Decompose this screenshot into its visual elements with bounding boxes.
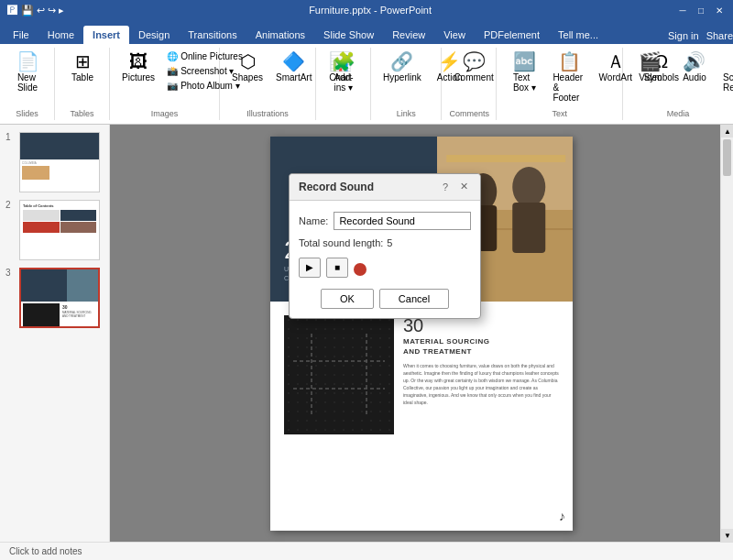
status-bar: Click to add notes [0,542,733,560]
ribbon-group-text: 🔤 TextBox ▾ 📋 Header& Footer Ａ WordArt Ω… [497,48,623,120]
maximize-button[interactable]: □ [695,4,707,16]
textbox-icon: 🔤 [513,52,536,71]
dialog-title-icons: ? ✕ [438,180,471,194]
dialog-controls: ▶ ■ [299,258,471,278]
length-label: Total sound length: [299,237,383,248]
slide-thumbnail-2[interactable]: 2 Table of Contents [5,200,104,260]
length-value: 5 [387,237,392,248]
name-label: Name: [299,215,328,226]
dialog-help-button[interactable]: ? [438,180,453,194]
dialog-title: Record Sound [299,181,374,193]
cancel-button[interactable]: Cancel [379,289,449,309]
addins-button[interactable]: 🧩 Add-ins ▾ [323,49,364,95]
shapes-icon: ⬡ [240,52,256,71]
ribbon-group-addins: 🧩 Add-ins ▾ [316,48,371,120]
tab-design[interactable]: Design [129,26,179,44]
tab-animations[interactable]: Animations [246,26,314,44]
ribbon-slides-items: 📄 NewSlide [7,49,48,107]
quick-access: 💾 ↩ ↪ ▸ [21,5,64,16]
scroll-track [721,137,733,529]
links-group-label: Links [378,107,433,118]
hyperlink-icon: 🔗 [390,52,413,71]
title-bar-left: 🅿 💾 ↩ ↪ ▸ [7,5,64,16]
dialog-body: Name: Total sound length: 5 ▶ ■ [290,201,480,318]
new-slide-button[interactable]: 📄 NewSlide [7,49,48,95]
slide-img-3: 30 MATERIAL SOURCING AND TREATMENT [19,268,100,328]
tab-insert[interactable]: Insert [83,26,129,44]
scroll-down-button[interactable]: ▼ [721,529,733,542]
sign-in-button[interactable]: Sign in [668,30,699,41]
text-group-label: Text [504,107,615,118]
slide-canvas: 28 UNCOMPROMISING CRAFTSMANSHIP [270,137,573,531]
audio-label: Audio [683,72,706,82]
window-controls: ─ □ ✕ [676,4,726,16]
tab-pdfelement[interactable]: PDFelement [475,26,549,44]
tab-transitions[interactable]: Transitions [179,26,246,44]
tab-slideshow[interactable]: Slide Show [314,26,383,44]
ribbon-group-comments: 💬 Comment Comments [442,48,497,120]
textbox-label: TextBox ▾ [513,72,536,93]
status-text: Click to add notes [9,546,82,556]
pictures-button[interactable]: 🖼 Pictures [117,49,159,85]
minimize-button[interactable]: ─ [676,4,689,16]
illustrations-group-label: Illustrations [227,107,308,118]
editor-area: 28 UNCOMPROMISING CRAFTSMANSHIP [110,125,733,542]
title-bar: 🅿 💾 ↩ ↪ ▸ Furniture.pptx - PowerPoint ─ … [0,0,733,20]
images-group-label: Images [117,107,212,118]
ribbon-group-slides: 📄 NewSlide Slides [0,48,55,120]
main-area: 1 COLUMBIA 2 Table of Contents [0,125,733,542]
stop-button[interactable]: ■ [326,258,348,278]
tab-home[interactable]: Home [38,26,83,44]
play-button[interactable]: ▶ [299,258,321,278]
dialog-close-button[interactable]: ✕ [456,180,471,194]
dialog-title-bar: Record Sound ? ✕ [290,174,480,201]
ribbon-tab-bar: File Home Insert Design Transitions Anim… [0,20,733,44]
header-footer-label: Header& Footer [552,72,586,103]
smartart-button[interactable]: 🔷 SmartArt [271,49,316,85]
textbox-button[interactable]: 🔤 TextBox ▾ [504,49,544,95]
ribbon-group-media: 🎬 Video 🔊 Audio ⏺ ScreenRecording Media [623,48,733,120]
scroll-thumb[interactable] [723,139,731,176]
addins-label: Add-ins ▾ [334,72,353,93]
name-input[interactable] [334,212,471,230]
tab-view[interactable]: View [434,26,475,44]
screen-recording-button[interactable]: ⏺ ScreenRecording [718,49,733,95]
comment-button[interactable]: 💬 Comment [449,49,498,85]
ribbon: 📄 NewSlide Slides ⊞ Table Tables 🖼 Pictu… [0,44,733,125]
online-pictures-icon: 🌐 [167,51,178,61]
smartart-label: SmartArt [276,72,312,82]
slide-num-2: 2 [5,200,15,210]
slide-num-3: 3 [5,268,15,278]
header-footer-icon: 📋 [558,52,581,71]
ribbon-media-items: 🎬 Video 🔊 Audio ⏺ ScreenRecording [630,49,733,107]
record-button[interactable] [354,263,366,276]
video-button[interactable]: 🎬 Video [630,49,671,85]
tab-file[interactable]: File [4,26,38,44]
header-footer-button[interactable]: 📋 Header& Footer [548,49,591,105]
slide-panel: 1 COLUMBIA 2 Table of Contents [0,125,110,542]
slide-thumbnail-1[interactable]: 1 COLUMBIA [5,132,104,192]
pictures-label: Pictures [122,72,155,82]
app-icon: 🅿 [7,5,17,16]
screen-recording-label: ScreenRecording [723,72,733,93]
tables-group-label: Tables [62,107,102,118]
new-slide-label: NewSlide [17,72,38,93]
table-button[interactable]: ⊞ Table [62,49,103,85]
audio-button[interactable]: 🔊 Audio [674,49,715,85]
comment-label: Comment [454,72,493,82]
shapes-button[interactable]: ⬡ Shapes [227,49,268,85]
ribbon-group-tables: ⊞ Table Tables [55,48,110,120]
tab-tell-me[interactable]: Tell me... [549,26,607,44]
hyperlink-button[interactable]: 🔗 Hyperlink [378,49,426,85]
ok-button[interactable]: OK [321,289,374,309]
close-button[interactable]: ✕ [713,4,726,16]
screenshot-icon: 📸 [167,66,178,76]
slide-thumbnail-3[interactable]: 3 30 MATERIAL SOURCING AND TREATMENT [5,268,104,328]
share-button[interactable]: Share [706,30,733,41]
ribbon-group-images: 🖼 Pictures 🌐 Online Pictures 📸 Screensho… [110,48,220,120]
table-label: Table [71,72,93,82]
new-slide-icon: 📄 [16,52,39,71]
tab-review[interactable]: Review [383,26,434,44]
photo-album-icon: 📷 [167,81,178,91]
scroll-up-button[interactable]: ▲ [721,125,733,137]
